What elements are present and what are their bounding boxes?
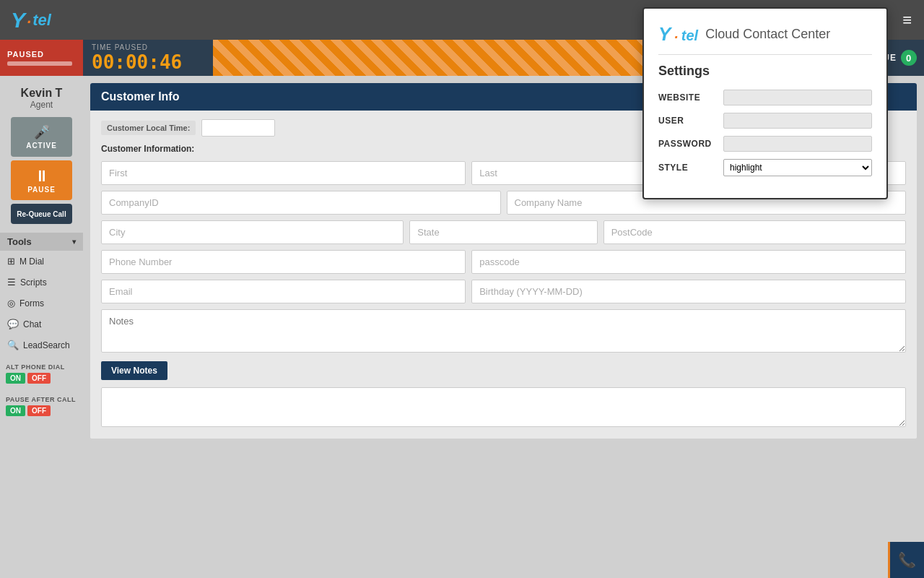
user-input[interactable] [723,113,872,129]
password-label: PASSWORD [658,139,723,149]
chat-icon: 💬 [7,319,19,329]
chat-label: Chat [23,319,41,329]
mdial-label: M Dial [19,256,44,267]
style-select[interactable]: highlight default dark [723,159,872,176]
address-row [101,220,906,244]
settings-popup: Y · tel Cloud Contact Center Settings WE… [642,7,888,199]
tools-label: Tools [7,236,32,247]
alt-phone-off-button[interactable]: OFF [27,373,51,384]
popup-logo: Y · tel [658,23,698,46]
timer-value: 00:00:46 [92,51,204,73]
notes-view-area[interactable] [101,387,906,427]
email-input[interactable] [101,280,466,303]
phone-number-input[interactable] [101,250,466,274]
forms-label: Forms [19,298,44,309]
phone-fab-button[interactable]: 📞 [888,542,924,578]
pause-after-call-section: PAUSE AFTER CALL ON OFF [0,392,83,420]
paused-bar [7,61,72,66]
style-label: STYLE [658,163,723,173]
timer-section: TIME PAUSED 00:00:46 [83,40,213,76]
sidebar: Kevin T Agent 🎤 ACTIVE ⏸ PAUSE Re-Queue … [0,76,83,578]
birthday-input[interactable] [471,280,906,303]
active-label: ACTIVE [26,142,57,150]
logo-text: tel [32,11,51,30]
sidebar-item-chat[interactable]: 💬 Chat [0,314,83,335]
alt-phone-toggle-row: ON OFF [6,373,77,384]
phone-icon: 📞 [898,551,916,569]
hamburger-menu[interactable]: ≡ [902,11,913,30]
mic-icon: 🎤 [34,124,50,140]
queue-count: 0 [901,50,917,66]
city-input[interactable] [101,220,404,244]
password-input[interactable] [723,136,872,152]
logo-y: Y [11,8,25,33]
sidebar-item-scripts[interactable]: ☰ Scripts [0,272,83,293]
website-input[interactable] [723,90,872,105]
active-button[interactable]: 🎤 ACTIVE [11,117,72,157]
scripts-label: Scripts [20,277,47,288]
alt-phone-dial-label: ALT PHONE DIAL [6,363,77,371]
notes-textarea[interactable] [101,309,906,353]
settings-style-row: STYLE highlight default dark [658,159,872,176]
requeue-button[interactable]: Re-Queue Call [11,204,72,224]
leadsearch-icon: 🔍 [7,340,19,350]
email-birthday-row [101,280,906,303]
settings-user-row: USER [658,113,872,129]
popup-logo-tel: tel [681,27,698,43]
user-label: USER [658,116,723,126]
leadsearch-label: LeadSearch [23,340,70,350]
pause-after-call-on-button[interactable]: ON [6,405,25,416]
scripts-icon: ☰ [7,277,16,288]
pause-after-call-off-button[interactable]: OFF [27,405,51,416]
first-name-input[interactable] [101,161,466,185]
logo-tel: · [27,13,31,32]
logo: Y · tel [11,8,51,33]
local-time-value [201,119,275,137]
passcode-input[interactable] [471,250,906,274]
forms-icon: ◎ [7,298,15,309]
paused-section: PAUSED [0,40,83,76]
agent-name: Kevin T [21,87,63,100]
settings-title: Settings [658,64,872,79]
pause-after-call-toggle-row: ON OFF [6,405,77,416]
pause-after-call-label: PAUSE AFTER CALL [6,396,77,403]
phone-row [101,250,906,274]
paused-label: PAUSED [7,50,76,59]
popup-cloud-contact-center: Cloud Contact Center [705,27,830,42]
alt-phone-on-button[interactable]: ON [6,373,25,384]
popup-logo-y: Y [658,23,671,45]
website-label: WEBSITE [658,92,723,103]
time-paused-label: TIME PAUSED [92,43,204,51]
pause-label: PAUSE [27,186,56,194]
mdial-icon: ⊞ [7,256,15,267]
postcode-input[interactable] [603,220,906,244]
company-id-input[interactable] [101,191,501,215]
pause-button[interactable]: ⏸ PAUSE [11,160,72,200]
view-notes-button[interactable]: View Notes [101,361,167,380]
hamburger-icon: ≡ [902,11,913,29]
settings-password-row: PASSWORD [658,136,872,152]
popup-logo-row: Y · tel Cloud Contact Center [658,23,872,55]
agent-role: Agent [30,100,53,110]
tools-arrow-icon: ▾ [72,238,76,246]
pause-icon: ⏸ [34,167,50,186]
tools-header[interactable]: Tools ▾ [0,233,83,251]
local-time-label: Customer Local Time: [101,121,196,135]
sidebar-item-leadsearch[interactable]: 🔍 LeadSearch [0,335,83,355]
popup-logo-dot: · [674,29,679,45]
alt-phone-dial-section: ALT PHONE DIAL ON OFF [0,359,83,388]
sidebar-item-forms[interactable]: ◎ Forms [0,293,83,314]
customer-info-title: Customer Info [101,90,179,103]
sidebar-item-mdial[interactable]: ⊞ M Dial [0,251,83,272]
settings-website-row: WEBSITE [658,90,872,105]
state-input[interactable] [409,220,597,244]
